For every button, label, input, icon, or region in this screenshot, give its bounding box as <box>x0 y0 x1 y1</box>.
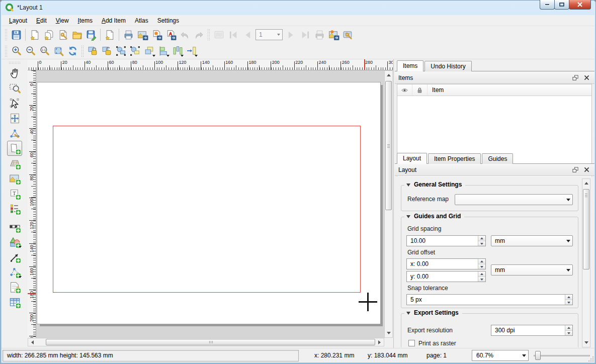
layout-manager-button[interactable] <box>56 28 70 42</box>
spin-down-icon[interactable] <box>565 331 572 336</box>
panel-scroll-thumb[interactable] <box>583 189 589 269</box>
close-panel-icon[interactable] <box>582 165 591 174</box>
save-project-button[interactable] <box>9 28 23 42</box>
export-settings-title[interactable]: Export Settings <box>404 309 462 316</box>
menu-items[interactable]: Items <box>73 16 97 25</box>
horizontal-ruler[interactable]: 0204060801001201401601802002202402602803… <box>28 59 393 70</box>
save-as-template-button[interactable] <box>84 28 98 42</box>
tab-guides[interactable]: Guides <box>482 153 513 164</box>
lock-items-button[interactable] <box>86 44 100 58</box>
raise-items-button[interactable] <box>142 44 156 58</box>
redo-button[interactable] <box>192 28 206 42</box>
menu-layout[interactable]: Layout <box>5 16 32 25</box>
zoom-actual-button[interactable]: 1:1 <box>37 44 51 58</box>
menu-settings[interactable]: Settings <box>153 16 184 25</box>
spin-down-icon[interactable] <box>565 300 572 305</box>
toolbar-handle[interactable] <box>207 29 210 41</box>
select-move-item-button[interactable] <box>7 96 22 111</box>
close-panel-icon[interactable] <box>582 73 591 82</box>
zoom-out-button[interactable] <box>23 44 37 58</box>
menu-edit[interactable]: Edit <box>32 16 51 25</box>
preview-atlas-button[interactable] <box>212 28 226 42</box>
distribute-items-button[interactable] <box>170 44 184 58</box>
add-label-button[interactable]: T <box>7 186 22 201</box>
export-resolution-spinbox[interactable]: 300 dpi <box>491 325 573 336</box>
previous-feature-button[interactable] <box>240 28 254 42</box>
toolbar-handle[interactable] <box>5 29 8 41</box>
scroll-up-icon[interactable] <box>385 71 392 79</box>
canvas-horizontal-scrollbar[interactable] <box>28 338 384 346</box>
close-button[interactable] <box>569 0 591 10</box>
print-button[interactable] <box>121 28 135 42</box>
spin-up-icon[interactable] <box>478 259 485 264</box>
tab-item-properties[interactable]: Item Properties <box>428 153 481 164</box>
vertical-scroll-thumb[interactable] <box>385 81 392 210</box>
float-panel-icon[interactable] <box>571 73 580 82</box>
maximize-button[interactable] <box>554 0 569 10</box>
add-shape-button[interactable] <box>7 234 22 249</box>
scroll-right-icon[interactable] <box>376 338 383 346</box>
spin-up-icon[interactable] <box>478 271 485 277</box>
add-legend-button[interactable] <box>7 201 22 216</box>
spin-up-icon[interactable] <box>565 295 572 300</box>
resize-items-button[interactable] <box>184 44 198 58</box>
zoom-full-button[interactable] <box>51 44 65 58</box>
menu-add-item[interactable]: Add Item <box>97 16 130 25</box>
scroll-left-icon[interactable] <box>29 338 36 346</box>
refresh-button[interactable] <box>65 44 79 58</box>
add-items-from-template-button[interactable] <box>103 28 117 42</box>
atlas-settings-button[interactable] <box>340 28 355 42</box>
spin-up-icon[interactable] <box>565 325 572 331</box>
move-item-content-button[interactable] <box>7 111 22 126</box>
add-node-item-button[interactable] <box>7 264 22 280</box>
menu-atlas[interactable]: Atlas <box>130 16 153 25</box>
toolbar-handle[interactable] <box>5 45 8 57</box>
zoom-slider-thumb[interactable] <box>535 351 541 360</box>
open-folder-button[interactable] <box>70 28 84 42</box>
next-feature-button[interactable] <box>284 28 298 42</box>
guides-grid-title[interactable]: Guides and Grid <box>404 213 464 220</box>
canvas-vertical-scrollbar[interactable] <box>384 70 393 338</box>
tab-layout[interactable]: Layout <box>397 153 427 164</box>
add-arrow-button[interactable] <box>7 249 22 264</box>
scroll-down-icon[interactable] <box>385 329 392 337</box>
atlas-feature-combo[interactable]: 1 <box>256 29 283 40</box>
export-atlas-button[interactable] <box>326 28 340 42</box>
new-layout-button[interactable] <box>28 28 42 42</box>
add-html-button[interactable] <box>7 280 22 295</box>
horizontal-scroll-thumb[interactable] <box>46 339 375 345</box>
group-items-button[interactable] <box>114 44 128 58</box>
snap-tolerance-spinbox[interactable]: 5 px <box>406 294 573 305</box>
layout-panel-scrollbar[interactable] <box>582 178 590 347</box>
menu-view[interactable]: View <box>51 16 73 25</box>
float-panel-icon[interactable] <box>571 165 580 174</box>
add-scalebar-button[interactable] <box>7 219 22 234</box>
spin-down-icon[interactable] <box>478 277 485 282</box>
general-settings-title[interactable]: General Settings <box>404 181 465 188</box>
add-picture-button[interactable] <box>7 171 22 186</box>
spin-up-icon[interactable] <box>478 236 485 241</box>
grid-spacing-spinbox[interactable]: 10.00 <box>406 235 486 246</box>
grid-offset-x-spinbox[interactable]: x: 0.00 <box>406 258 486 269</box>
toolbar-handle[interactable] <box>81 45 84 57</box>
add-map-button[interactable] <box>7 141 22 156</box>
add-attribute-table-button[interactable] <box>7 295 22 310</box>
grid-spacing-unit-combo[interactable]: mm <box>491 235 573 246</box>
scroll-up-icon[interactable] <box>582 179 590 187</box>
spin-down-icon[interactable] <box>478 264 485 269</box>
vertical-ruler[interactable]: 020406080100120140160180200220 <box>28 70 36 338</box>
last-feature-button[interactable] <box>298 28 312 42</box>
grid-offset-unit-combo[interactable]: mm <box>491 264 573 276</box>
undo-button[interactable] <box>178 28 192 42</box>
export-svg-button[interactable] <box>149 28 163 42</box>
pan-button[interactable] <box>7 65 22 80</box>
align-items-button[interactable] <box>156 44 170 58</box>
zoom-in-button[interactable] <box>9 44 23 58</box>
first-feature-button[interactable] <box>226 28 240 42</box>
panel-splitter[interactable] <box>393 59 394 348</box>
zoom-tool-button[interactable] <box>7 80 22 96</box>
toolbar-handle[interactable] <box>9 61 21 64</box>
zoom-slider[interactable] <box>533 350 591 361</box>
ungroup-items-button[interactable] <box>128 44 142 58</box>
minimize-button[interactable] <box>540 0 555 10</box>
